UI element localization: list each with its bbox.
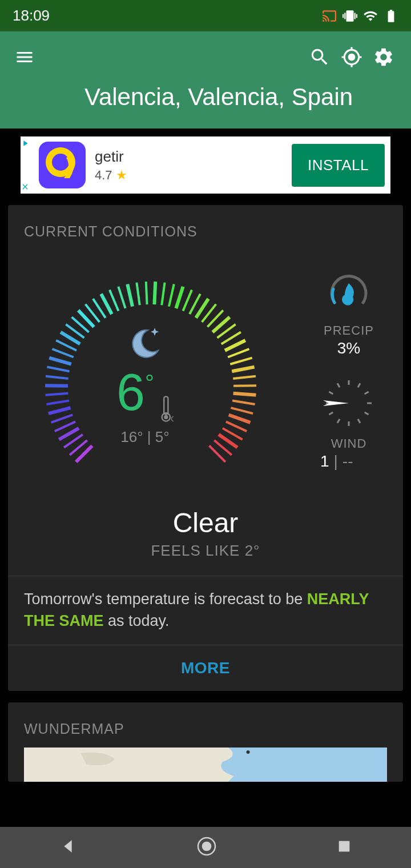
ad-badge[interactable] xyxy=(21,136,34,194)
ad-name: getir xyxy=(95,148,127,166)
wundermap-card[interactable]: WUNDERMAP xyxy=(8,702,403,782)
cast-icon xyxy=(322,9,337,23)
settings-button[interactable] xyxy=(368,41,400,73)
wind-value: 1 | -- xyxy=(320,452,377,471)
svg-rect-76 xyxy=(339,841,349,852)
ad-info: getir 4.7 ★ xyxy=(95,148,127,183)
temperature-gauge: 6° C 16° | 5° xyxy=(19,256,306,496)
svg-line-64 xyxy=(337,419,340,423)
wifi-icon xyxy=(363,9,378,23)
ad-app-icon xyxy=(39,142,86,188)
status-icons xyxy=(322,9,398,23)
nav-home-button[interactable] xyxy=(195,835,218,860)
nav-recent-button[interactable] xyxy=(336,838,352,857)
battery-icon xyxy=(384,9,398,23)
locate-button[interactable] xyxy=(336,41,368,73)
precip-gauge-icon xyxy=(323,267,374,319)
ad-banner[interactable]: getir 4.7 ★ INSTALL xyxy=(21,136,390,194)
thermometer-icon: C xyxy=(160,395,174,423)
wundermap-header: WUNDERMAP xyxy=(8,702,403,748)
ad-install-button[interactable]: INSTALL xyxy=(292,144,385,187)
menu-button[interactable] xyxy=(11,44,38,70)
moon-icon xyxy=(125,323,165,363)
current-conditions-card: CURRENT CONDITIONS 6° C xyxy=(8,205,403,691)
forecast-summary: Tomorrow's temperature is forecast to be… xyxy=(8,576,403,645)
map-preview[interactable] xyxy=(24,748,387,782)
app-bar: Valencia, Valencia, Spain xyxy=(0,31,411,128)
more-button[interactable]: MORE xyxy=(8,645,403,691)
svg-line-67 xyxy=(329,392,333,394)
temperature-value: 6° C xyxy=(116,367,174,423)
wind-label: WIND xyxy=(320,436,377,451)
condition-description: Clear xyxy=(19,507,392,539)
precip-block: PRECIP 3% xyxy=(323,267,374,357)
svg-line-68 xyxy=(337,384,340,388)
svg-line-62 xyxy=(358,419,360,423)
conditions-header: CURRENT CONDITIONS xyxy=(8,205,403,250)
svg-line-65 xyxy=(329,412,333,415)
system-nav-bar xyxy=(0,827,411,868)
vibrate-icon xyxy=(342,9,357,23)
svg-line-70 xyxy=(358,384,360,388)
status-bar: 18:09 xyxy=(0,0,411,31)
svg-point-73 xyxy=(247,750,250,754)
wind-compass-icon xyxy=(320,375,377,432)
svg-line-71 xyxy=(365,392,369,394)
status-time: 18:09 xyxy=(13,7,50,25)
svg-point-58 xyxy=(164,415,168,419)
precip-value: 3% xyxy=(323,339,374,357)
temperature-range: 16° | 5° xyxy=(120,428,169,446)
toolbar xyxy=(0,31,411,83)
svg-point-75 xyxy=(202,842,212,851)
svg-line-61 xyxy=(365,412,369,415)
location-title[interactable]: Valencia, Valencia, Spain xyxy=(0,83,411,111)
search-button[interactable] xyxy=(304,41,336,73)
svg-rect-56 xyxy=(164,396,168,414)
feels-like: FEELS LIKE 2° xyxy=(19,542,392,560)
svg-text:C: C xyxy=(171,414,174,422)
precip-label: PRECIP xyxy=(323,323,374,338)
nav-back-button[interactable] xyxy=(59,837,77,858)
svg-point-1 xyxy=(52,154,69,171)
wind-block: WIND 1 | -- xyxy=(320,375,377,471)
ad-rating: 4.7 ★ xyxy=(95,168,127,183)
